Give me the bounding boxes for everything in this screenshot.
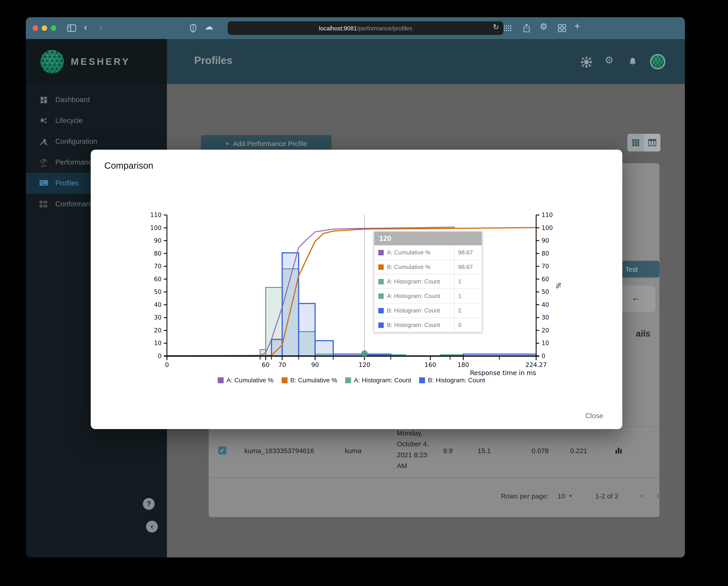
tooltip-series-label: B: Histogram: Count	[387, 322, 454, 328]
pagination-next-icon[interactable]: ›	[656, 491, 659, 501]
legend-item[interactable]: B: Histogram: Count	[419, 376, 485, 384]
sidebar-item-configuration[interactable]: Configuration	[26, 131, 167, 152]
svg-text:120: 120	[359, 361, 370, 368]
close-button[interactable]: Close	[586, 412, 603, 420]
tooltip-series-label: A: Histogram: Count	[387, 278, 454, 285]
svg-text:10: 10	[542, 340, 549, 347]
legend-item[interactable]: A: Histogram: Count	[345, 376, 411, 384]
tooltip-series-label: B: Histogram: Count	[387, 307, 454, 314]
legend-item[interactable]: A: Cumulative %	[218, 376, 274, 384]
svg-text:70: 70	[542, 263, 549, 270]
rows-per-page-caret-icon[interactable]: ▾	[569, 493, 572, 499]
service-mesh-hub-icon[interactable]	[580, 56, 593, 68]
svg-text:80: 80	[542, 250, 549, 257]
row-p99: 0.221	[570, 447, 587, 454]
modal-title: Comparison	[104, 161, 153, 171]
sidebar-item-lifecycle[interactable]: Lifecycle	[26, 110, 167, 131]
legend-label: B: Histogram: Count	[428, 376, 485, 384]
pagination-prev-icon[interactable]: ‹	[640, 491, 643, 501]
privacy-shield-icon[interactable]	[189, 24, 197, 33]
dashboard-icon	[38, 94, 49, 105]
screen: ‹ › ☁ localhost:9081/performance/profile…	[0, 0, 728, 586]
legend-chip	[218, 377, 224, 383]
svg-text:110: 110	[150, 212, 161, 218]
profiles-icon	[38, 178, 49, 189]
legend-item[interactable]: B: Cumulative %	[282, 376, 337, 384]
svg-text:50: 50	[542, 289, 549, 295]
page-title: Profiles	[194, 54, 232, 67]
row-mesh: kuma	[345, 447, 361, 454]
tab-overview-icon[interactable]	[558, 24, 566, 32]
x-axis-label: Response time in ms	[470, 369, 536, 377]
lifecycle-icon	[38, 115, 49, 126]
row-chart-icon[interactable]	[615, 446, 622, 454]
conformance-icon	[38, 199, 49, 210]
app-settings-gear-icon[interactable]: ⚙	[605, 54, 614, 66]
svg-text:50: 50	[154, 289, 161, 295]
svg-text:60: 60	[262, 361, 269, 368]
svg-text:20: 20	[154, 327, 161, 334]
meshery-logo-icon[interactable]	[41, 50, 64, 73]
row-date: Monday, October 4, 2021 8:23 AM	[397, 428, 432, 471]
tooltip-series-value: 98.67	[454, 245, 482, 260]
new-tab-icon[interactable]: +	[574, 20, 580, 32]
user-avatar[interactable]	[650, 54, 666, 70]
details-heading-fragment: ails	[636, 329, 650, 339]
url-bar[interactable]: localhost:9081/performance/profiles ↻	[228, 21, 503, 35]
sidebar-toggle-icon[interactable]	[67, 24, 77, 33]
forward-button[interactable]: ›	[99, 22, 103, 33]
legend-label: B: Cumulative %	[290, 376, 337, 384]
svg-text:90: 90	[311, 361, 319, 368]
legend-label: A: Histogram: Count	[354, 376, 411, 384]
meshery-app: Profiles ⚙	[26, 39, 685, 557]
tooltip-series-value: 0	[454, 318, 482, 332]
svg-text:0: 0	[165, 361, 169, 368]
comparison-chart[interactable]: 0010102020303040405050606070708080909010…	[144, 203, 580, 384]
icloud-tab-icon[interactable]: ☁	[205, 21, 213, 32]
tooltip-series-label: B: Cumulative %	[387, 264, 454, 270]
help-button[interactable]: ?	[143, 498, 155, 510]
brand-name: MESHERY	[71, 56, 130, 67]
svg-text:100: 100	[150, 224, 161, 231]
svg-text:110: 110	[542, 212, 553, 218]
tooltip-row: B: Cumulative %98.67	[374, 260, 482, 274]
extensions-grid-icon[interactable]	[503, 25, 512, 31]
svg-text:40: 40	[542, 301, 549, 308]
back-arrow-icon[interactable]: ←	[631, 293, 641, 303]
reload-icon[interactable]: ↻	[493, 23, 499, 31]
table-view-button[interactable]	[644, 134, 660, 152]
svg-text:180: 180	[458, 361, 469, 368]
row-checkbox[interactable]: ✓	[218, 446, 226, 454]
svg-text:90: 90	[542, 237, 549, 244]
grid-view-button[interactable]	[627, 134, 644, 152]
settings-gear-icon[interactable]: ⚙	[540, 21, 547, 32]
tooltip-row: B: Histogram: Count2	[374, 303, 482, 318]
rows-per-page-value[interactable]: 10	[558, 492, 565, 500]
tooltip-row: A: Histogram: Count1	[374, 274, 482, 289]
traffic-light-close[interactable]	[33, 25, 38, 31]
tooltip-series-label: A: Cumulative %	[387, 249, 454, 256]
pagination-range: 1-2 of 2	[595, 492, 619, 500]
svg-text:40: 40	[154, 301, 161, 308]
notifications-bell-icon[interactable]	[627, 56, 638, 68]
svg-text:70: 70	[278, 361, 286, 368]
svg-text:80: 80	[154, 250, 161, 257]
share-icon[interactable]	[522, 23, 531, 33]
svg-text:90: 90	[154, 237, 161, 244]
traffic-light-minimize[interactable]	[42, 25, 47, 31]
tooltip-series-value: 1	[454, 289, 482, 303]
sidebar-collapse-button[interactable]: ‹	[146, 521, 158, 532]
rows-per-page-label: Rows per page:	[501, 492, 548, 500]
svg-text:30: 30	[542, 314, 549, 321]
pagination: Rows per page: 10 ▾ 1-2 of 2 ‹ ›	[403, 489, 659, 503]
svg-text:SMP: SMP	[41, 165, 46, 167]
chart-legend: A: Cumulative %B: Cumulative %A: Histogr…	[167, 376, 536, 384]
configuration-icon	[38, 136, 49, 147]
svg-text:160: 160	[424, 361, 436, 368]
add-performance-profile-button[interactable]: + Add Performance Profile	[201, 135, 332, 152]
traffic-light-zoom[interactable]	[51, 25, 56, 31]
sidebar-item-dashboard[interactable]: Dashboard	[26, 89, 167, 110]
back-button[interactable]: ‹	[84, 22, 87, 33]
tooltip-series-chip	[378, 250, 384, 255]
histogram-bar	[282, 253, 299, 356]
